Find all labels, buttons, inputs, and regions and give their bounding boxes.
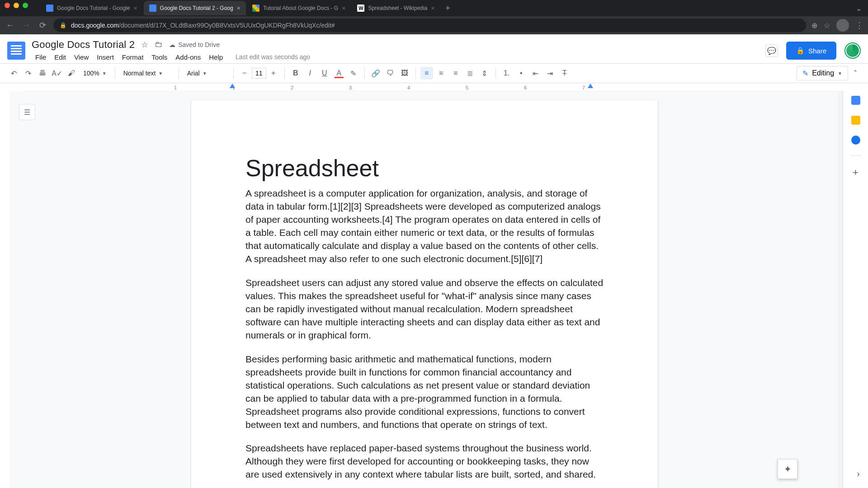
indent-decrease-button[interactable]: ⇤ [529, 67, 542, 80]
right-indent-marker-icon[interactable] [588, 84, 593, 88]
new-tab-button[interactable]: + [441, 4, 455, 13]
document-paragraph[interactable]: Spreadsheets have replaced paper-based s… [245, 442, 604, 481]
numbered-list-button[interactable]: 1. [500, 67, 513, 80]
tab-close-icon[interactable]: × [133, 5, 137, 12]
redo-button[interactable]: ↷ [22, 67, 34, 80]
tab-close-icon[interactable]: × [342, 5, 345, 12]
align-right-button[interactable]: ≡ [449, 67, 462, 80]
browser-tab[interactable]: Google Docs Tutorial 2 - Goog × [144, 1, 246, 15]
insert-image-button[interactable]: 🖼 [398, 67, 411, 80]
align-center-button[interactable]: ≡ [435, 67, 448, 80]
editing-mode-select[interactable]: ✎ Editing ▼ [797, 66, 848, 80]
zoom-icon[interactable]: ⊕ [811, 21, 817, 30]
ruler-tick: 7 [582, 85, 585, 90]
add-comment-button[interactable]: 🗨 [384, 67, 396, 80]
last-edit-status[interactable]: Last edit was seconds ago [236, 53, 310, 61]
cloud-icon: ☁ [169, 41, 175, 48]
highlight-color-button[interactable]: ✎ [347, 67, 360, 80]
browser-tab[interactable]: Tutorial About Google Docs - G × [247, 1, 351, 15]
document-page[interactable]: Spreadsheet A spreadsheet is a computer … [191, 100, 658, 488]
tasks-sidepanel-icon[interactable] [851, 136, 860, 145]
separator [284, 68, 285, 79]
tab-close-icon[interactable]: × [431, 5, 434, 12]
menu-file[interactable]: File [32, 52, 50, 63]
menu-view[interactable]: View [71, 52, 92, 63]
separator [179, 68, 179, 79]
font-size-input[interactable] [252, 68, 266, 79]
bookmark-star-icon[interactable]: ☆ [824, 21, 830, 30]
profile-avatar-icon[interactable] [836, 19, 849, 32]
keep-sidepanel-icon[interactable] [851, 116, 860, 125]
tab-close-icon[interactable]: × [237, 5, 241, 12]
align-justify-button[interactable]: ≣ [464, 67, 476, 80]
document-paragraph[interactable]: Besides performing basic arithmetic and … [245, 353, 604, 432]
url-bar[interactable]: 🔒 docs.google.com /document/d/17X_OLdtBa… [53, 19, 806, 32]
menu-tools[interactable]: Tools [148, 52, 171, 63]
tab-overflow-icon[interactable]: ⌄ [849, 4, 868, 13]
paint-format-button[interactable]: 🖌 [65, 67, 78, 80]
document-title[interactable]: Google Docs Tutorial 2 [32, 39, 135, 51]
star-icon[interactable]: ☆ [141, 40, 148, 50]
line-spacing-button[interactable]: ⇕ [478, 67, 491, 80]
move-folder-icon[interactable]: 🗀 [155, 40, 163, 49]
zoom-value: 100% [83, 70, 99, 77]
indent-increase-button[interactable]: ⇥ [544, 67, 557, 80]
close-window-button[interactable] [5, 3, 10, 8]
font-size-increase-button[interactable]: + [267, 67, 280, 80]
browser-menu-icon[interactable]: ⋮ [855, 20, 863, 30]
menu-edit[interactable]: Edit [51, 52, 70, 63]
browser-tab[interactable]: W Spreadsheet - Wikipedia × [352, 1, 440, 15]
italic-button[interactable]: I [304, 67, 316, 80]
font-size-group: − + [238, 67, 280, 80]
paragraph-text: Spreadsheet users can adjust any stored … [245, 277, 603, 340]
print-button[interactable]: 🖶 [36, 67, 49, 80]
vertical-ruler[interactable] [2, 91, 11, 488]
nav-back-button[interactable]: ← [5, 21, 15, 30]
nav-reload-button[interactable]: ⟳ [37, 20, 48, 30]
paragraph-style-select[interactable]: Normal text ▼ [120, 67, 174, 80]
ruler-tick: 1 [174, 85, 177, 90]
save-status[interactable]: ☁ Saved to Drive [169, 41, 220, 48]
bold-button[interactable]: B [289, 67, 302, 80]
maximize-window-button[interactable] [23, 3, 28, 8]
left-indent-marker-icon[interactable] [230, 84, 235, 88]
editing-mode-label: Editing [812, 69, 834, 77]
nav-forward-button[interactable]: → [21, 21, 32, 30]
insert-link-button[interactable]: 🔗 [369, 67, 382, 80]
horizontal-ruler[interactable]: 1 1 2 3 4 5 6 7 [24, 83, 844, 91]
calendar-sidepanel-icon[interactable] [851, 96, 860, 105]
zoom-select[interactable]: 100% ▼ [80, 67, 110, 80]
spellcheck-button[interactable]: A✓ [51, 67, 63, 80]
font-size-decrease-button[interactable]: − [238, 67, 251, 80]
undo-button[interactable]: ↶ [7, 67, 20, 80]
menu-help[interactable]: Help [205, 52, 226, 63]
show-side-panel-button[interactable]: › [857, 469, 860, 479]
comment-history-button[interactable]: 💬 [765, 44, 778, 57]
document-heading[interactable]: Spreadsheet [245, 155, 604, 182]
document-canvas[interactable]: ☰ Spreadsheet A spreadsheet is a compute… [11, 91, 838, 488]
menu-insert[interactable]: Insert [93, 52, 118, 63]
explore-button[interactable]: ✦ [778, 459, 797, 479]
document-outline-button[interactable]: ☰ [19, 104, 35, 120]
menu-addons[interactable]: Add-ons [172, 52, 204, 63]
vertical-scrollbar[interactable] [838, 91, 843, 488]
font-family-select[interactable]: Arial ▼ [184, 67, 229, 80]
document-paragraph[interactable]: A spreadsheet is a computer application … [245, 187, 604, 266]
clear-formatting-button[interactable]: T [558, 67, 571, 80]
underline-button[interactable]: U [318, 67, 331, 80]
account-avatar[interactable] [844, 42, 861, 59]
document-paragraph[interactable]: Spreadsheet users can adjust any stored … [245, 277, 604, 342]
ruler-tick: 4 [407, 85, 410, 90]
separator [115, 68, 115, 79]
minimize-window-button[interactable] [14, 3, 19, 8]
docs-logo-icon[interactable] [7, 42, 25, 60]
bulleted-list-button[interactable]: • [515, 67, 528, 80]
collapse-toolbar-button[interactable]: ˄ [850, 69, 861, 78]
browser-toolbar: ← → ⟳ 🔒 docs.google.com /document/d/17X_… [0, 16, 868, 34]
text-color-button[interactable]: A [333, 67, 345, 80]
align-left-button[interactable]: ≡ [420, 67, 433, 80]
share-button[interactable]: 🔒 Share [786, 42, 836, 60]
add-sidepanel-addon-button[interactable]: + [853, 167, 859, 178]
menu-format[interactable]: Format [118, 52, 147, 63]
browser-tab[interactable]: Google Docs Tutorial - Google × [41, 1, 143, 15]
